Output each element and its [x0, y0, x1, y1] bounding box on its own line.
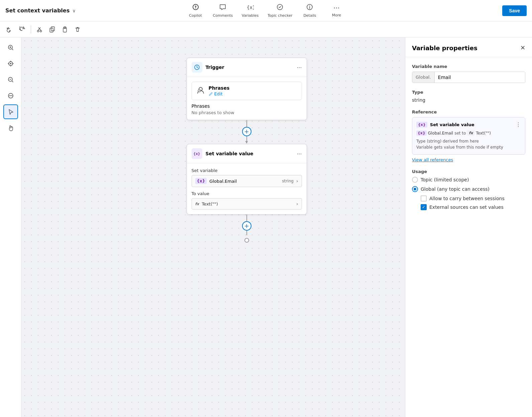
set-variable-menu[interactable]: ···	[297, 150, 302, 157]
trigger-node-header: Trigger ···	[187, 58, 307, 77]
reference-box: {x} Set variable value ⋮ {x} Global.Emai…	[412, 117, 525, 155]
cursor-tool-button[interactable]	[3, 104, 18, 119]
trigger-header-left: Trigger	[192, 62, 224, 73]
add-button-1[interactable]: +	[242, 127, 251, 136]
svg-point-10	[10, 63, 11, 64]
left-tools	[0, 37, 21, 417]
set-variable-node: {x} Set variable value ··· Set variable …	[187, 144, 307, 215]
panel-header: Variable properties ✕	[405, 37, 532, 57]
topic-checker-icon	[276, 3, 284, 12]
svg-text:{x}: {x}	[247, 5, 254, 10]
delete-button[interactable]	[72, 24, 83, 34]
phrases-empty-label: Phrases	[192, 103, 302, 109]
phrases-edit-link[interactable]: Edit	[209, 91, 298, 96]
svg-point-3	[40, 30, 42, 32]
comments-label: Comments	[213, 13, 233, 18]
title-chevron-icon[interactable]: ∨	[72, 8, 76, 13]
phrases-item[interactable]: Phrases Edit	[192, 82, 302, 100]
external-sources-checkbox[interactable]: ✓ External sources can set values	[421, 204, 525, 210]
variable-name-field: Global.	[412, 72, 525, 83]
ref-fx-badge: fx	[467, 131, 474, 136]
trigger-node-menu[interactable]: ···	[297, 64, 302, 71]
ref-set-to: set to	[454, 131, 466, 136]
cut-button[interactable]	[34, 24, 45, 34]
global-scope-radio-circle	[412, 186, 418, 192]
variables-label: Variables	[242, 13, 258, 18]
trigger-node: Trigger ··· Phrases Edit	[187, 58, 307, 120]
main-area: Trigger ··· Phrases Edit	[0, 37, 532, 417]
redo-button[interactable]	[17, 24, 28, 34]
svg-rect-5	[50, 28, 53, 32]
toolbar	[0, 21, 532, 37]
ref-menu-button[interactable]: ⋮	[516, 121, 521, 128]
to-value-field[interactable]: fx Text("") ›	[192, 198, 302, 210]
zoom-out-button[interactable]	[3, 72, 18, 87]
ref-note-line2: Variable gets value from this node if em…	[416, 145, 503, 150]
global-scope-radio[interactable]: Global (any topic can access)	[412, 186, 525, 192]
set-variable-label: Set variable	[192, 168, 302, 173]
hand-tool-button[interactable]	[3, 120, 18, 135]
panel-close-button[interactable]: ✕	[520, 44, 525, 52]
ref-text-val: Text("")	[476, 131, 491, 136]
copy-button[interactable]	[46, 24, 58, 34]
view-all-references-link[interactable]: View all references	[412, 157, 525, 162]
external-sources-box: ✓	[421, 204, 427, 210]
end-circle	[244, 238, 249, 243]
phrases-title: Phrases	[209, 85, 298, 91]
variable-field[interactable]: {x} Global.Email string ›	[192, 175, 302, 187]
details-icon	[306, 3, 313, 12]
copilot-icon	[192, 3, 199, 12]
topbar: Set context variables ∨ Copilot Comments	[0, 0, 532, 21]
set-variable-header: {x} Set variable value ···	[187, 144, 307, 163]
var-name-input[interactable]	[435, 72, 525, 83]
phrases-empty-section: Phrases No phrases to show	[192, 103, 302, 115]
usage-section-label: Usage	[412, 169, 525, 174]
variable-properties-panel: Variable properties ✕ Variable name Glob…	[405, 37, 532, 417]
svg-point-2	[37, 30, 39, 32]
topic-checker-button[interactable]: Topic checker	[268, 3, 292, 18]
ref-item: {x} Set variable value ⋮	[416, 121, 521, 128]
phrases-info: Phrases Edit	[209, 85, 298, 96]
topic-scope-radio[interactable]: Topic (limited scope)	[412, 177, 525, 183]
trigger-icon	[192, 62, 202, 73]
topbar-right: Save	[502, 5, 527, 16]
ref-title: Set variable value	[430, 122, 474, 127]
carry-between-sessions-checkbox[interactable]: Allow to carry between sessions	[421, 195, 525, 201]
trigger-node-body: Phrases Edit Phrases No phrases to show	[187, 77, 307, 120]
topic-scope-label: Topic (limited scope)	[421, 177, 469, 182]
edit-label: Edit	[214, 91, 223, 96]
phrases-avatar-icon	[196, 85, 205, 96]
var-field-name: Global.Email	[209, 179, 279, 184]
no-entry-button[interactable]	[3, 88, 18, 103]
details-button[interactable]: Details	[300, 3, 319, 18]
usage-section: Usage Topic (limited scope) Global (any …	[412, 169, 525, 210]
center-button[interactable]	[3, 56, 18, 71]
topbar-center: Copilot Comments {x} Variables	[186, 3, 346, 18]
ref-var-name: Global.Email	[428, 131, 453, 136]
phrases-empty-text: No phrases to show	[192, 110, 302, 115]
svg-rect-4	[51, 27, 55, 31]
var-field-arrow-icon: ›	[296, 178, 298, 184]
to-value-arrow-icon: ›	[296, 201, 298, 206]
copilot-button[interactable]: Copilot	[186, 3, 205, 18]
set-variable-header-left: {x} Set variable value	[192, 148, 253, 159]
ref-var-icon: {x}	[416, 122, 427, 128]
add-button-2[interactable]: +	[242, 221, 251, 231]
reference-section-label: Reference	[412, 109, 525, 114]
more-button[interactable]: ··· More	[327, 4, 346, 17]
var-field-icon: {x}	[195, 178, 207, 184]
set-variable-title: Set variable value	[206, 151, 253, 156]
canvas[interactable]: Trigger ··· Phrases Edit	[21, 37, 405, 417]
paste-button[interactable]	[59, 24, 71, 34]
arrow-down-1: ▼	[245, 140, 248, 144]
comments-button[interactable]: Comments	[213, 3, 233, 18]
topbar-title: Set context variables	[5, 7, 70, 14]
to-value-label: To value	[192, 191, 302, 196]
zoom-in-button[interactable]	[3, 40, 18, 55]
more-label: More	[332, 13, 341, 17]
undo-button[interactable]	[4, 24, 15, 34]
save-button[interactable]: Save	[502, 5, 527, 16]
set-variable-body: Set variable {x} Global.Email string › T…	[187, 163, 307, 214]
variables-button[interactable]: {x} Variables	[241, 3, 259, 18]
var-name-section-label: Variable name	[412, 64, 525, 69]
